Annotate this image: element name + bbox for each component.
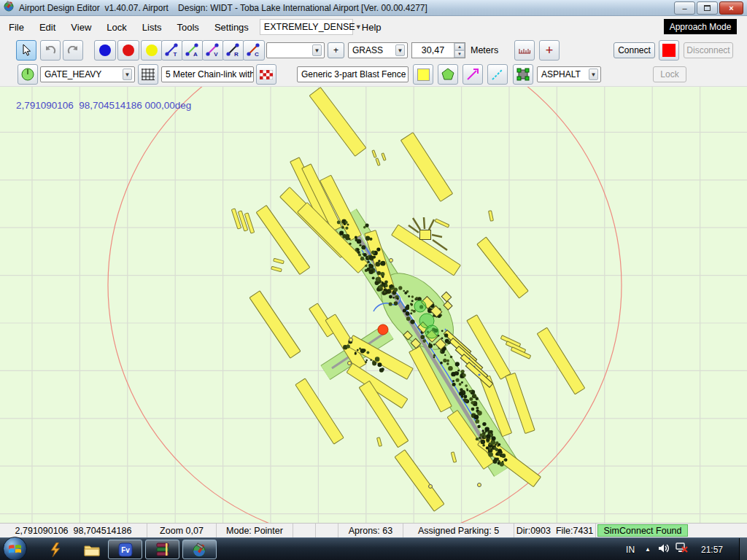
add-blue-node-button[interactable] [94, 40, 116, 61]
minimize-button[interactable]: – [674, 1, 695, 15]
menu-lock[interactable]: Lock [100, 19, 133, 36]
tree-dot [403, 290, 405, 292]
map-canvas[interactable]: 2,791090106 98,704514186 000,00deg [0, 87, 747, 523]
lock-button[interactable]: Lock [653, 66, 686, 82]
clock[interactable]: 21:57 [701, 545, 723, 555]
tree-dot [461, 381, 463, 384]
tree-dot [472, 394, 476, 398]
polygon-tool-button[interactable] [438, 64, 458, 85]
status-cell-6: Assigned Parking: 5 [403, 524, 514, 537]
redo-button[interactable] [63, 40, 83, 61]
surface-value: GRASS [352, 45, 383, 55]
tree-dot [489, 448, 491, 450]
selected-node[interactable] [378, 324, 388, 335]
link-tool-c-button[interactable]: C [243, 40, 265, 61]
svg-text:A: A [193, 51, 198, 58]
tree-dot [465, 384, 468, 387]
menu-settings[interactable]: Settings [208, 19, 255, 36]
menu-help[interactable]: Help [355, 19, 388, 36]
pointer-tool-button[interactable] [16, 40, 36, 61]
window-title: Airport Design Editor v1.40.07. Airport … [19, 3, 427, 13]
dashed-line-tool-button[interactable] [487, 64, 508, 85]
node-square-icon [516, 68, 530, 81]
ruler-tool-button[interactable] [514, 40, 535, 61]
volume-icon[interactable] [658, 543, 670, 556]
network-icon[interactable] [676, 542, 688, 556]
fence-type-dropdown[interactable]: 5 Meter Chain-link with be ▼ [161, 66, 254, 82]
meters-label: Meters [471, 45, 498, 55]
start-button[interactable] [3, 537, 27, 560]
connection-status-swatch[interactable] [659, 40, 679, 61]
tree-dot [494, 447, 497, 450]
menu-edit[interactable]: Edit [33, 19, 62, 36]
language-indicator[interactable]: IN [626, 545, 635, 555]
spin-up-icon[interactable]: ▲ [454, 43, 465, 50]
system-tray: IN ▲ 21:57 [626, 538, 747, 560]
blast-fence-dropdown[interactable]: Generic 3-part Blast Fence ▼ [297, 66, 409, 82]
density-dropdown[interactable]: EXTREMELY_DENSE ▼ [260, 19, 353, 35]
taskbar-button-airport-design-editor[interactable] [182, 540, 217, 559]
menu-view[interactable]: View [64, 19, 98, 36]
beacon-square[interactable] [420, 230, 431, 240]
taskbar-button-flv-player[interactable]: Fv [108, 540, 142, 559]
add-taxiway-name-button[interactable]: + [328, 42, 344, 58]
undo-button[interactable] [40, 40, 61, 61]
close-button[interactable]: × [719, 1, 743, 15]
tree-dot [389, 295, 392, 298]
spinner-arrows[interactable]: ▲▼ [454, 43, 465, 58]
hidden-icons-arrow-icon[interactable]: ▲ [645, 546, 651, 553]
apron-surface-dropdown[interactable]: ASPHALT ▼ [537, 66, 601, 82]
approach-mode-button[interactable]: Approach Mode [664, 19, 737, 34]
tree-dot [386, 285, 388, 287]
blast-fence-value: Generic 3-part Blast Fence [301, 69, 406, 79]
density-value: EXTREMELY_DENSE [264, 22, 355, 32]
tree-dot [368, 264, 372, 268]
tree-dot [446, 359, 449, 362]
width-spinner[interactable]: 30,47 ▲▼ [411, 42, 465, 58]
grid-tool-button[interactable] [138, 64, 158, 85]
node-edit-tool-button[interactable] [513, 64, 533, 85]
quicklaunch-lightning-icon[interactable] [47, 541, 64, 559]
tree-dot [486, 434, 490, 438]
link-tool-a-button[interactable]: A [182, 40, 204, 61]
dashed-line-icon [491, 68, 504, 81]
tree-dot [441, 330, 444, 332]
tree-dot [433, 354, 436, 357]
maximize-button[interactable] [697, 1, 718, 15]
svg-text:T: T [174, 51, 177, 58]
red-node-icon [123, 44, 134, 56]
airport-map-svg[interactable]: 2,791090106 98,704514186 000,00deg [0, 87, 747, 523]
link-tool-r-button[interactable]: R [222, 40, 244, 61]
tree-dot [475, 419, 479, 424]
tree-dot [443, 359, 446, 362]
tree-dot [501, 454, 506, 458]
spin-down-icon[interactable]: ▼ [454, 50, 465, 58]
tree-dot [345, 227, 348, 230]
show-desktop-button[interactable] [739, 538, 747, 560]
gate-type-dropdown[interactable]: GATE_HEAVY ▼ [40, 66, 135, 82]
tree-dot [406, 311, 410, 316]
parking-spot[interactable] [425, 325, 438, 338]
link-tool-t-button[interactable]: T [161, 40, 183, 61]
quicklaunch-folder-icon[interactable] [83, 541, 101, 559]
menu-lists[interactable]: Lists [136, 19, 169, 36]
add-yellow-node-button[interactable] [141, 40, 163, 61]
parking-spot[interactable] [414, 300, 426, 312]
surface-type-dropdown[interactable]: GRASS ▼ [348, 42, 408, 58]
checker-tool-button[interactable] [256, 64, 276, 85]
vector-tool-button[interactable] [462, 64, 483, 85]
gauge-tool-button[interactable] [18, 64, 38, 85]
connect-button[interactable]: Connect [614, 42, 655, 58]
link-tool-v-button[interactable]: V [202, 40, 224, 61]
tree-dot [413, 310, 416, 313]
tree-dot [372, 362, 376, 366]
taskbar-button-winrar[interactable] [145, 540, 179, 559]
taxiway-name-dropdown[interactable]: ▼ [266, 42, 325, 58]
tree-dot [384, 286, 386, 288]
add-red-node-button[interactable] [117, 40, 139, 61]
menu-tools[interactable]: Tools [171, 19, 206, 36]
disconnect-button[interactable]: Disconnect [684, 42, 733, 58]
apron-tool-button[interactable] [413, 64, 433, 85]
add-runway-button[interactable]: + [539, 40, 560, 61]
menu-file[interactable]: File [2, 19, 31, 36]
